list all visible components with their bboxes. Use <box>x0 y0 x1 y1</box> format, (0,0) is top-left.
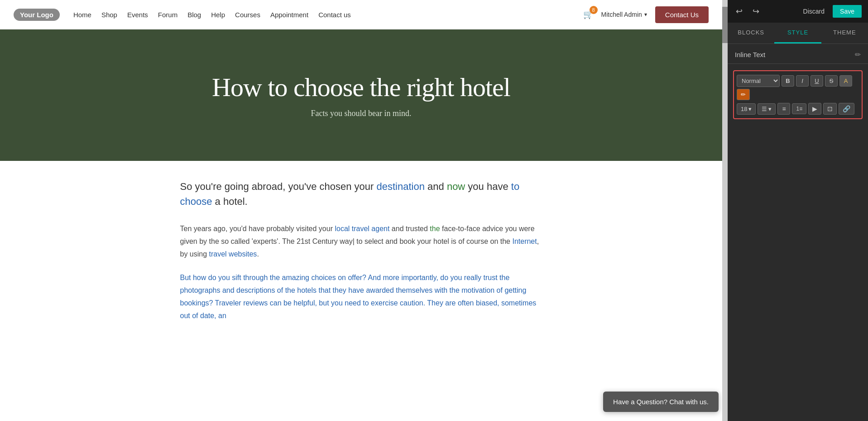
unordered-list-button[interactable]: ≡ <box>777 103 790 115</box>
hero-title: How to choose the right hotel <box>212 72 510 102</box>
nav-courses[interactable]: Courses <box>235 11 260 19</box>
admin-dropdown[interactable]: Mitchell Admin <box>601 11 647 18</box>
tab-theme[interactable]: THEME <box>821 23 868 44</box>
logo-your: Your <box>20 11 35 19</box>
chat-widget[interactable]: Have a Question? Chat with us. <box>603 392 719 412</box>
nav-forum[interactable]: Forum <box>158 11 177 19</box>
play-button[interactable]: ▶ <box>808 103 821 115</box>
save-button[interactable]: Save <box>833 5 862 18</box>
navbar: Your Logo Home Shop Events Forum Blog He… <box>0 0 722 29</box>
nav-contact-us[interactable]: Contact us <box>318 11 351 19</box>
nav-events[interactable]: Events <box>127 11 148 19</box>
undo-button[interactable]: ↩ <box>734 5 744 18</box>
panel-topbar-right: Discard Save <box>800 5 862 18</box>
redo-button[interactable]: ↪ <box>751 5 761 18</box>
panel-topbar: ↩ ↪ Discard Save <box>728 0 868 23</box>
tab-style[interactable]: STYLE <box>774 23 821 44</box>
nav-shop[interactable]: Shop <box>101 11 117 19</box>
chat-widget-text: Have a Question? Chat with us. <box>613 398 709 406</box>
panel-tabs: BLOCKS STYLE THEME <box>728 23 868 44</box>
format-select[interactable]: Normal Heading 1 Heading 2 Heading 3 Par… <box>737 75 780 87</box>
font-size-button[interactable]: 18 ▾ <box>737 103 756 115</box>
ordered-list-button[interactable]: 1≡ <box>792 103 806 114</box>
underline-button[interactable]: U <box>810 75 823 87</box>
edit-icon[interactable]: ✏ <box>855 50 861 59</box>
hero-section: How to choose the right hotel Facts you … <box>0 29 722 161</box>
discard-button[interactable]: Discard <box>800 5 828 18</box>
article-body: So you're going abroad, you've chosen yo… <box>171 161 551 360</box>
logo[interactable]: Your Logo <box>14 9 60 21</box>
nav-right: 🛒 8 Mitchell Admin Contact Us <box>583 6 709 23</box>
nav-help[interactable]: Help <box>211 11 225 19</box>
nav-home[interactable]: Home <box>73 11 91 19</box>
bold-button[interactable]: B <box>782 75 794 87</box>
admin-name: Mitchell Admin <box>601 11 642 18</box>
italic-button[interactable]: I <box>796 75 809 87</box>
format-toolbar: Normal Heading 1 Heading 2 Heading 3 Par… <box>733 70 863 119</box>
inline-text-label: Inline Text <box>735 51 765 58</box>
nav-appointment[interactable]: Appointment <box>270 11 308 19</box>
format-row-1: Normal Heading 1 Heading 2 Heading 3 Par… <box>737 75 859 100</box>
align-dropdown-icon: ▾ <box>768 106 772 112</box>
highlight-color-button[interactable]: ✏ <box>737 89 750 100</box>
inline-text-header: Inline Text ✏ <box>728 44 868 64</box>
text-color-button[interactable]: A <box>839 75 852 87</box>
image-button[interactable]: ⊡ <box>823 103 837 115</box>
article-lead: So you're going abroad, you've chosen yo… <box>180 179 542 209</box>
strikethrough-button[interactable]: S <box>825 75 838 87</box>
tab-blocks[interactable]: BLOCKS <box>728 23 774 44</box>
format-row-2: 18 ▾ ☰ ▾ ≡ 1≡ ▶ ⊡ 🔗 <box>737 103 859 115</box>
font-size-dropdown-icon: ▾ <box>748 106 752 112</box>
align-button[interactable]: ☰ ▾ <box>758 103 776 115</box>
scroll-thumb[interactable] <box>722 7 728 43</box>
article-para2: But how do you sift through the amazing … <box>180 271 542 322</box>
nav-blog[interactable]: Blog <box>187 11 201 19</box>
scrollbar[interactable] <box>722 0 728 421</box>
article-para1: Ten years ago, you'd have probably visit… <box>180 223 542 261</box>
nav-links: Home Shop Events Forum Blog Help Courses… <box>73 11 351 19</box>
hero-subtitle: Facts you should bear in mind. <box>311 109 412 118</box>
align-icon: ☰ <box>762 106 767 112</box>
link-button[interactable]: 🔗 <box>839 103 854 115</box>
logo-logo: Logo <box>37 11 53 19</box>
right-panel: ↩ ↪ Discard Save BLOCKS STYLE THEME Inli… <box>728 0 868 421</box>
panel-topbar-left: ↩ ↪ <box>734 5 761 18</box>
font-size-value: 18 <box>741 106 747 112</box>
cart-badge: 8 <box>590 6 598 14</box>
cart-button[interactable]: 🛒 8 <box>583 10 593 19</box>
contact-us-button[interactable]: Contact Us <box>655 6 709 23</box>
